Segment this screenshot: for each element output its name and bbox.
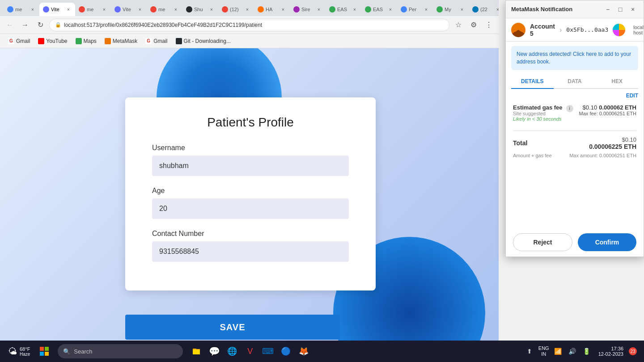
save-button[interactable]: SAVE [125,315,340,340]
mm-gas-info-icon[interactable]: i [566,105,573,112]
windows-logo-icon [40,347,49,356]
tab-favicon-10 [329,6,335,13]
tab-close-7[interactable]: × [244,6,250,13]
mm-new-address-notice[interactable]: New address detected! Click here to add … [511,46,638,70]
tab-close-11[interactable]: × [387,6,394,13]
taskbar-chat-icon[interactable]: 💬 [206,343,222,359]
reload-button[interactable]: ↻ [34,19,47,31]
svg-rect-6 [193,349,196,350]
tab-close-14[interactable]: × [495,6,499,13]
bookmark-gmail2[interactable]: G Gmail [142,36,171,46]
browser-tab-14[interactable]: (22 × [469,3,499,16]
mm-tab-details[interactable]: DETAILS [511,75,554,89]
weather-temp: 68°F [20,346,30,352]
tab-close-4[interactable]: × [137,6,143,13]
forward-button[interactable]: → [19,19,31,31]
bookmark-maps-label: Maps [84,38,97,44]
tab-close-8[interactable]: × [280,6,286,13]
taskbar-right: ⬆ ENG IN 📶 🔊 🔋 17:36 12-02-2023 23 [520,344,640,358]
mm-tab-hex[interactable]: HEX [596,75,638,88]
bookmark-git[interactable]: Git - Downloading... [172,36,234,46]
tab-label-2: Vite [51,7,59,12]
taskbar-weather[interactable]: 🌤 68°F Haze [4,345,34,358]
taskbar-chrome-icon[interactable]: 🔵 [278,343,294,359]
browser-tab-2[interactable]: Vite × [39,3,75,16]
tab-favicon-1 [7,6,13,13]
browser-tab-3[interactable]: me × [75,3,111,16]
mm-total-label: Total [513,139,527,147]
taskbar-notification-icon[interactable]: ⬆ [523,345,536,358]
mm-confirm-button[interactable]: Confirm [578,233,636,251]
browser-tab-5[interactable]: me × [147,3,182,16]
taskbar-search[interactable]: 🔍 Search [58,344,183,358]
search-label: Search [74,348,92,355]
bookmark-maps[interactable]: Maps [72,36,100,46]
mm-header: MetaMask Notification − □ × [506,0,644,18]
browser-tab-1[interactable]: me × [4,3,39,16]
mm-edit-link[interactable]: EDIT [506,89,644,102]
tab-close-10[interactable]: × [352,6,358,13]
gmail-favicon: G [8,38,14,44]
taskbar-firefox-icon[interactable]: 🦊 [296,343,312,359]
metamask-notification: MetaMask Notification − □ × Account 5 › … [505,0,644,257]
taskbar-edge-icon[interactable]: 🌐 [224,343,240,359]
extensions-button[interactable]: ⚙ [467,19,480,31]
mm-notice-text: New address detected! Click here to add … [517,51,631,65]
notification-badge[interactable]: 23 [629,347,637,355]
mm-maximize-button[interactable]: □ [615,4,626,15]
tab-close-13[interactable]: × [459,6,465,13]
browser-tab-12[interactable]: Per × [397,3,433,16]
taskbar-volume-icon[interactable]: 🔊 [566,345,579,358]
lock-icon: 🔒 [55,22,61,28]
browser-tab-8[interactable]: HA × [254,3,290,16]
mm-account-name: Account 5 [530,23,555,37]
tab-close-5[interactable]: × [173,6,179,13]
browser-tab-11[interactable]: EAS × [361,3,397,16]
bookmark-metamask[interactable]: MetaMask [101,36,141,46]
mm-total-eth: 0.00006225 ETH [589,143,636,150]
tab-label-12: Per [409,7,416,12]
date-display: 12-02-2023 [598,351,623,357]
menu-button[interactable]: ⋮ [483,19,495,31]
browser-tab-9[interactable]: Sire × [290,3,326,16]
bookmark-button[interactable]: ☆ [452,19,465,31]
mm-tab-data[interactable]: DATA [554,75,596,88]
mm-minimize-button[interactable]: − [602,4,613,15]
svg-rect-0 [40,347,44,351]
taskbar-battery-icon[interactable]: 🔋 [580,345,593,358]
username-label: Username [152,144,349,152]
browser-tab-6[interactable]: Shu × [182,3,218,16]
mm-gas-label: Estimated gas fee [513,104,563,111]
taskbar-vivaldi-icon[interactable]: V [242,343,258,359]
browser-tab-13[interactable]: My × [433,3,469,16]
age-input[interactable] [152,198,349,219]
tab-close-3[interactable]: × [101,6,107,13]
tab-close-12[interactable]: × [423,6,429,13]
mm-max-amount-row: Max amount: 0.00006251 ETH [569,153,636,158]
taskbar-vscode-icon[interactable]: ⌨ [260,343,276,359]
mm-close-button[interactable]: × [627,4,638,15]
taskbar-wifi-icon[interactable]: 📶 [552,345,564,358]
mm-gas-section: Estimated gas fee Site suggested Likely … [506,102,644,127]
taskbar-language-icon[interactable]: ENG IN [538,345,550,358]
bookmark-youtube[interactable]: YouTube [34,36,71,46]
tab-close-9[interactable]: × [316,6,322,13]
browser-tab-7[interactable]: (12) × [218,3,254,16]
tab-close-2[interactable]: × [65,6,72,13]
username-input[interactable] [152,156,349,176]
browser-tab-4[interactable]: Vite × [111,3,147,16]
mm-total-section: Total $0.10 0.00006225 ETH Amount + gas … [506,135,644,162]
back-button[interactable]: ← [4,19,16,31]
taskbar-time[interactable]: 17:36 12-02-2023 [595,344,627,358]
tab-close-6[interactable]: × [208,6,215,13]
tab-close-1[interactable]: × [30,6,36,13]
age-label: Age [152,187,349,195]
mm-reject-button[interactable]: Reject [513,233,572,251]
taskbar-explorer-icon[interactable] [188,343,204,359]
start-button[interactable] [36,343,52,359]
contact-input[interactable] [152,241,349,262]
bookmark-gmail[interactable]: G Gmail [4,36,34,46]
address-bar[interactable]: 🔒 localhost:5173/profile/0x8626f6940E2eb… [49,19,449,31]
bookmark-gmail2-label: Gmail [153,38,167,44]
browser-tab-10[interactable]: EAS × [326,3,361,16]
